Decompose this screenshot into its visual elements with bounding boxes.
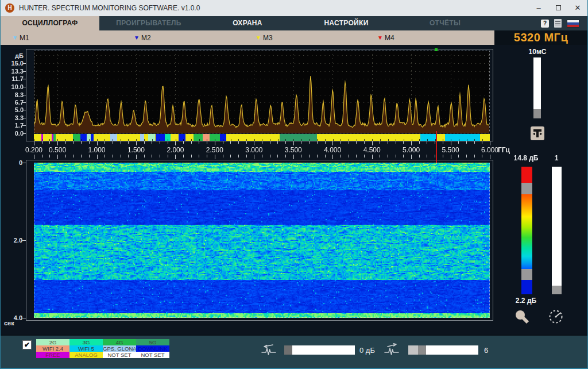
freq-tick-label: 0.200 bbox=[21, 146, 47, 154]
attenuation-slider[interactable] bbox=[284, 345, 355, 355]
frequency-band-strip[interactable] bbox=[34, 134, 490, 141]
freq-tick-lower bbox=[136, 155, 137, 159]
frequency-cursor[interactable] bbox=[436, 131, 437, 163]
db-tick-label: 1.7 bbox=[6, 122, 24, 129]
time-scale-slider-handle[interactable] bbox=[533, 109, 541, 118]
db-tick bbox=[22, 102, 26, 103]
freq-tick-lower bbox=[238, 155, 239, 157]
color-scale-min-handle[interactable] bbox=[521, 269, 532, 280]
persistence-slider-handle[interactable] bbox=[552, 286, 562, 294]
freq-tick-lower bbox=[215, 155, 215, 159]
tab-settings[interactable]: НАСТРОЙКИ bbox=[297, 16, 396, 30]
zoom-magnifier-icon[interactable] bbox=[513, 308, 531, 325]
attenuation-icon bbox=[260, 341, 277, 356]
attenuation-slider-handle[interactable] bbox=[284, 345, 292, 355]
freq-tick-label: 2.500 bbox=[202, 146, 227, 154]
band-segment-wifi5 bbox=[420, 134, 437, 141]
db-tick-label: 10.0 bbox=[6, 83, 24, 90]
freq-tick bbox=[427, 141, 427, 144]
language-flag-icon[interactable] bbox=[567, 20, 579, 28]
time-scale-slider[interactable] bbox=[533, 57, 541, 118]
color-scale-max-handle[interactable] bbox=[521, 183, 532, 194]
freq-tick bbox=[277, 141, 278, 144]
time-tick-label: 2.0 bbox=[5, 237, 22, 244]
freq-tick-lower bbox=[105, 155, 105, 157]
freq-tick-label: 5.000 bbox=[399, 146, 424, 154]
freq-tick-lower bbox=[175, 155, 176, 159]
freq-tick-lower bbox=[356, 155, 357, 157]
tab-player[interactable]: ПРОИГРЫВАТЕЛЬ bbox=[99, 16, 198, 30]
freq-tick bbox=[349, 141, 349, 144]
gain-slider[interactable] bbox=[408, 345, 478, 355]
freq-tick-lower bbox=[490, 155, 490, 159]
freq-tick-lower bbox=[223, 155, 223, 157]
freq-tick-lower bbox=[81, 155, 82, 157]
monitoring-checkbox[interactable]: ✔ bbox=[22, 340, 32, 349]
freq-tick bbox=[474, 141, 475, 144]
freq-tick-lower bbox=[144, 155, 145, 157]
legend-row: FREEANALOGNOT SETNOT SET bbox=[36, 352, 169, 358]
color-scale-slider[interactable] bbox=[521, 167, 532, 294]
legend-cell-free: FREE bbox=[36, 352, 69, 358]
help-icon[interactable]: ? bbox=[541, 20, 549, 28]
maximize-icon bbox=[556, 5, 561, 10]
marker-m1[interactable]: ▼M1 bbox=[12, 30, 29, 45]
freq-tick-lower bbox=[128, 155, 129, 157]
freq-tick bbox=[105, 141, 105, 144]
gain-slider-handle[interactable] bbox=[418, 345, 426, 355]
freq-tick-lower bbox=[113, 155, 113, 157]
waterfall-plot[interactable] bbox=[34, 163, 490, 318]
cursor-marker-dot bbox=[435, 48, 438, 51]
gauge-icon[interactable] bbox=[547, 308, 564, 325]
tab-oscillograph[interactable]: ОСЦИЛЛОГРАФ bbox=[1, 16, 99, 30]
freq-tick-lower bbox=[168, 155, 168, 157]
freq-tick bbox=[128, 141, 129, 144]
legend-cell-gps-glonass: GPS, GLONASS bbox=[103, 345, 136, 352]
freq-tick-lower bbox=[364, 155, 365, 157]
gain-icon bbox=[383, 341, 400, 356]
legend-cell-analog: ANALOG bbox=[69, 352, 103, 358]
span-adjust-icon[interactable] bbox=[531, 126, 544, 140]
db-tick bbox=[22, 110, 26, 110]
legend-cell-not-set: NOT SET bbox=[136, 352, 169, 358]
freq-tick bbox=[152, 141, 152, 144]
persistence-label: 1 bbox=[546, 154, 567, 162]
band-segment-analog bbox=[117, 134, 140, 141]
marker-m2[interactable]: ▼M2 bbox=[134, 30, 151, 45]
marker-triangle-icon: ▼ bbox=[12, 30, 18, 45]
freq-tick-lower bbox=[396, 155, 396, 157]
freq-tick-lower bbox=[262, 155, 262, 157]
freq-tick bbox=[121, 141, 121, 144]
freq-tick bbox=[451, 141, 451, 145]
freq-tick-label: 0.500 bbox=[45, 146, 70, 154]
persistence-slider[interactable] bbox=[552, 167, 562, 294]
freq-tick bbox=[356, 141, 357, 144]
close-button[interactable]: ✕ bbox=[568, 0, 587, 16]
db-tick bbox=[22, 125, 26, 126]
tab-reports[interactable]: ОТЧЁТЫ bbox=[396, 16, 494, 30]
tab-security[interactable]: ОХРАНА bbox=[198, 16, 297, 30]
band-segment-2g bbox=[148, 134, 155, 141]
level-min-label: 2.2 дБ bbox=[506, 297, 546, 305]
spectrum-plot[interactable] bbox=[34, 51, 490, 133]
freq-tick-label: 4.500 bbox=[359, 146, 385, 154]
marker-label: M4 bbox=[385, 34, 394, 42]
freq-tick bbox=[49, 141, 50, 144]
freq-tick-lower bbox=[160, 155, 160, 157]
minimize-button[interactable]: – bbox=[529, 0, 548, 16]
freq-tick-lower bbox=[443, 155, 443, 157]
legend-cell-3g: 3G bbox=[69, 339, 103, 345]
freq-tick-lower bbox=[482, 155, 482, 157]
marker-bar: ▼M1▼M2▼M3▼M4 5320 МГц bbox=[1, 30, 587, 45]
marker-m3[interactable]: ▼M3 bbox=[256, 30, 273, 45]
freq-tick-lower bbox=[458, 155, 459, 157]
freq-tick bbox=[388, 141, 388, 144]
maximize-button[interactable] bbox=[548, 0, 568, 16]
freq-tick-lower bbox=[246, 155, 247, 157]
legend-cell-wifi-2-4: WIFI 2.4 bbox=[36, 345, 69, 352]
freq-tick-lower bbox=[403, 155, 404, 157]
report-document-icon[interactable] bbox=[554, 19, 562, 28]
marker-m4[interactable]: ▼M4 bbox=[377, 30, 394, 45]
freq-tick bbox=[301, 141, 301, 144]
band-segment-analog bbox=[43, 134, 52, 141]
